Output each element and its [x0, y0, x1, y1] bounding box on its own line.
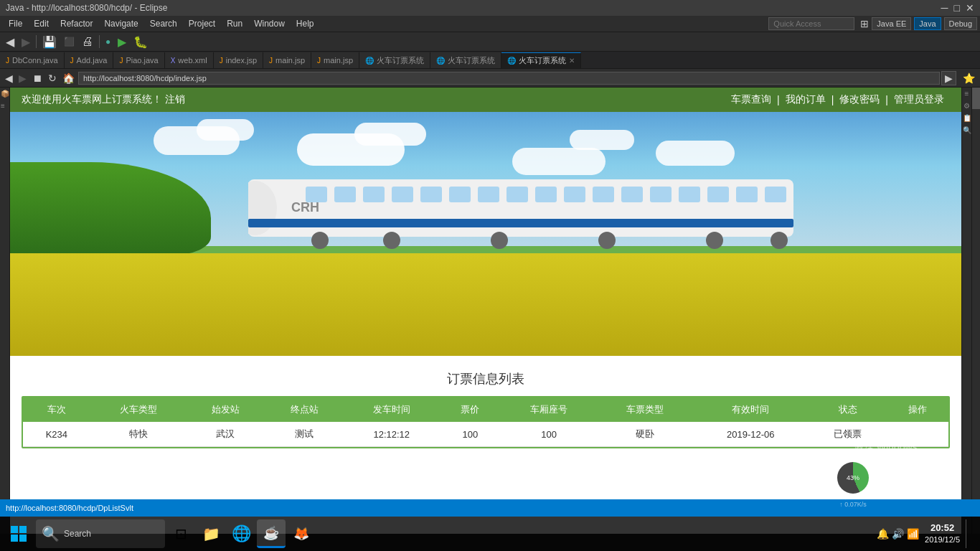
tab-mainjsp1-icon: J — [269, 57, 273, 65]
tab-piao-label: Piao.java — [126, 56, 158, 65]
status-url: http://localhost:8080/hcdp/DpListSvlt — [6, 504, 133, 512]
svg-rect-16 — [679, 187, 700, 202]
nav-refresh[interactable]: ↻ — [46, 71, 59, 85]
scrollbar-thumb[interactable] — [972, 88, 980, 109]
maximize-button[interactable]: □ — [954, 2, 960, 14]
taskbar-app-eclipse[interactable]: ☕ — [257, 519, 286, 548]
nav-bookmark[interactable]: ⭐ — [961, 71, 977, 85]
taskview-button[interactable]: ⊡ — [166, 519, 195, 548]
menu-refactor[interactable]: Refactor — [55, 17, 98, 30]
nav-back[interactable]: ◀ — [3, 71, 15, 85]
system-icons: 🔔 🔊 📶 — [877, 528, 919, 540]
quick-access-input[interactable] — [768, 17, 854, 30]
menu-help[interactable]: Help — [291, 17, 320, 30]
perspective-icon[interactable]: ⊞ — [860, 18, 869, 29]
cloud-2 — [197, 119, 254, 141]
tab-piao[interactable]: J Piao.java — [113, 52, 164, 68]
tab-train1-icon: 🌐 — [365, 57, 374, 65]
tab-webxml-label: web.xml — [178, 56, 207, 65]
toolbar-back[interactable]: ◀ — [3, 34, 17, 50]
toolbar-save-all[interactable]: ⬛ — [61, 35, 77, 48]
menu-window[interactable]: Window — [248, 17, 291, 30]
url-bar[interactable] — [78, 72, 940, 85]
toolbar-build[interactable]: ● — [103, 35, 113, 48]
svg-rect-9 — [478, 187, 499, 202]
show-desktop[interactable] — [966, 519, 971, 548]
tab-webxml[interactable]: X web.xml — [165, 52, 214, 68]
toolbar-run[interactable]: ▶ — [115, 34, 129, 50]
svg-point-21 — [311, 232, 329, 249]
perspective-java[interactable]: Java — [914, 17, 941, 30]
tab-train2[interactable]: 🌐 火车订票系统 — [430, 52, 501, 68]
toolbar-sep-2 — [99, 35, 100, 48]
svg-rect-19 — [765, 187, 786, 202]
nav-my-orders[interactable]: 我的订单 — [780, 93, 831, 106]
svg-rect-17 — [707, 187, 729, 202]
menu-search[interactable]: Search — [144, 17, 183, 30]
svg-rect-6 — [392, 187, 413, 202]
tab-indexjsp-icon: J — [220, 57, 223, 65]
window-controls: ─ □ ✕ — [941, 2, 974, 14]
start-button[interactable] — [3, 518, 34, 550]
toolbar-debug[interactable]: 🐛 — [131, 34, 151, 50]
nav-ticket-query[interactable]: 车票查询 — [725, 93, 777, 106]
th-valid-date: 有效时间 — [693, 397, 809, 422]
sidebar-outline-icon[interactable]: ≡ — [0, 100, 9, 112]
right-icon-1[interactable]: ≡ — [965, 88, 969, 100]
cell-price: 100 — [440, 422, 501, 447]
svg-rect-8 — [449, 187, 471, 202]
right-icon-3[interactable]: 📋 — [963, 112, 971, 124]
taskbar-app-2[interactable]: 🌐 — [227, 519, 255, 548]
close-button[interactable]: ✕ — [966, 2, 974, 14]
menu-navigate[interactable]: Navigate — [98, 17, 143, 30]
perspective-javaee[interactable]: Java EE — [872, 17, 911, 30]
perspective-debug[interactable]: Debug — [944, 17, 977, 30]
sidebar-package-icon[interactable]: 📦 — [0, 88, 9, 100]
taskbar-app-4[interactable]: 🦊 — [287, 519, 316, 548]
menu-edit[interactable]: Edit — [28, 17, 55, 30]
nav-admin-login[interactable]: 管理员登录 — [888, 93, 950, 106]
svg-rect-27 — [11, 526, 18, 533]
toolbar-print[interactable]: 🖨 — [79, 34, 96, 50]
ticket-table: 车次 火车类型 始发站 终点站 发车时间 票价 车厢座号 车票类型 有效时间 状… — [23, 397, 948, 447]
minimize-button[interactable]: ─ — [941, 2, 948, 14]
nav-stop[interactable]: ⏹ — [30, 71, 44, 85]
tab-train3[interactable]: 🌐 火车订票系统 ✕ — [501, 52, 581, 68]
perspective-buttons: ⊞ Java EE Java Debug — [860, 17, 977, 30]
title-bar: Java - http://localhost:8080/hcdp/ - Ecl… — [0, 0, 980, 16]
nav-forward[interactable]: ▶ — [17, 71, 29, 85]
menu-project[interactable]: Project — [183, 17, 221, 30]
svg-point-23 — [491, 232, 508, 249]
toolbar: ◀ ▶ 💾 ⬛ 🖨 ● ▶ 🐛 — [0, 32, 980, 52]
right-icon-2[interactable]: ⚙ — [963, 100, 970, 112]
web-banner: CRH — [10, 112, 961, 356]
tab-indexjsp[interactable]: J index.jsp — [214, 52, 263, 68]
svg-text:CRH: CRH — [291, 200, 319, 215]
tab-train2-label: 火车订票系统 — [448, 55, 495, 66]
vertical-scrollbar[interactable] — [971, 88, 980, 534]
tab-add[interactable]: J Add.java — [65, 52, 114, 68]
browser-content: 欢迎使用火车票网上订票系统！ 注销 车票查询 | 我的订单 | 修改密码 | 管… — [10, 88, 961, 534]
tab-train3-icon: 🌐 — [507, 57, 516, 65]
cell-seat-no: 100 — [501, 422, 597, 447]
tab-mainjsp1[interactable]: J main.jsp — [263, 52, 311, 68]
nav-change-pwd[interactable]: 修改密码 — [834, 93, 885, 106]
toolbar-forward[interactable]: ▶ — [19, 34, 33, 50]
svg-rect-7 — [420, 187, 442, 202]
tab-dbconn[interactable]: J DbConn.java — [0, 52, 65, 68]
right-icon-4[interactable]: 🔍 — [963, 124, 971, 136]
welcome-text: 欢迎使用火车票网上订票系统！ 注销 — [22, 93, 717, 106]
nav-go[interactable]: ▶ — [941, 71, 956, 85]
tab-train3-label: 火车订票系统 — [519, 55, 566, 66]
menu-run[interactable]: Run — [221, 17, 248, 30]
taskbar-search[interactable]: 🔍 Search — [36, 519, 165, 548]
svg-rect-4 — [334, 187, 356, 202]
tab-train3-close[interactable]: ✕ — [569, 57, 575, 65]
tab-mainjsp2[interactable]: J main.jsp — [311, 52, 359, 68]
taskbar-app-1[interactable]: 📁 — [197, 519, 225, 548]
tab-train1[interactable]: 🌐 火车订票系统 — [359, 52, 430, 68]
menu-file[interactable]: File — [3, 17, 28, 30]
nav-home[interactable]: 🏠 — [60, 71, 77, 85]
taskbar: 🔍 Search ⊡ 📁 🌐 ☕ 🦊 🔔 🔊 📶 20:52 2019/12/5 — [0, 517, 980, 551]
toolbar-save[interactable]: 💾 — [39, 34, 60, 50]
